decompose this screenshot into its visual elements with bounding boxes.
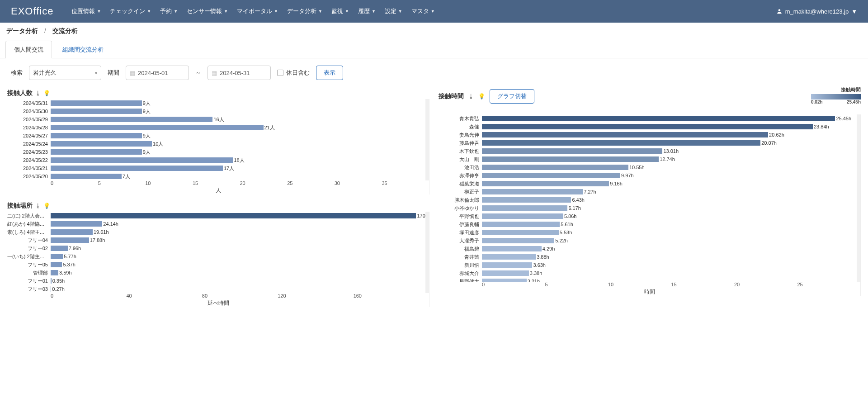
bar[interactable] <box>51 157 233 163</box>
bar[interactable] <box>482 270 529 276</box>
nav-item[interactable]: 履歴▼ <box>358 7 376 15</box>
lightbulb-icon[interactable]: 💡 <box>43 90 50 96</box>
y-label: 2024/05/20 <box>7 174 51 179</box>
bar[interactable] <box>51 100 142 106</box>
data-label: 9人 <box>142 108 151 114</box>
bar[interactable] <box>51 246 68 251</box>
nav-item[interactable]: 設定▼ <box>385 7 402 15</box>
nav-item[interactable]: センサー情報▼ <box>187 7 228 15</box>
bar[interactable] <box>482 222 560 227</box>
date-to-value: 2024-05-31 <box>220 70 250 76</box>
nav-item[interactable]: マスタ▼ <box>411 7 435 15</box>
bar[interactable] <box>482 238 554 243</box>
bar[interactable] <box>482 140 760 146</box>
bar[interactable] <box>51 125 264 130</box>
bar[interactable] <box>51 270 58 275</box>
data-label: 170.66h <box>416 213 429 219</box>
user-menu[interactable]: m_makita@where123.jp ▼ <box>776 8 857 15</box>
chart-row: 伊藤良輔5.61h <box>439 220 857 228</box>
chevron-down-icon: ▼ <box>345 9 349 14</box>
bar[interactable] <box>482 205 567 211</box>
bar-zone: 13.01h <box>482 148 857 154</box>
bar[interactable] <box>51 213 416 218</box>
search-select[interactable]: 岩井光久 ▾ <box>29 66 101 80</box>
show-button[interactable]: 表示 <box>316 66 343 80</box>
lightbulb-icon[interactable]: 💡 <box>478 93 485 100</box>
bar-zone: 19.61h <box>51 229 425 235</box>
bar[interactable] <box>482 279 527 282</box>
bar[interactable] <box>51 133 142 138</box>
download-icon[interactable]: ⭳ <box>468 93 474 100</box>
chart-row: フリー027.96h <box>7 244 425 252</box>
bar[interactable] <box>482 262 532 268</box>
chart-body[interactable]: 2024/05/319人2024/05/309人2024/05/2916人202… <box>7 99 429 180</box>
bar[interactable] <box>51 229 93 235</box>
y-label: 榊正子 <box>439 189 482 195</box>
download-icon[interactable]: ⭳ <box>35 203 41 209</box>
bar[interactable] <box>51 141 152 147</box>
tick: 20 <box>240 180 288 186</box>
download-icon[interactable]: ⭳ <box>35 90 41 96</box>
bar[interactable] <box>482 254 536 260</box>
bar[interactable] <box>482 181 609 186</box>
bar[interactable] <box>482 165 628 170</box>
bar[interactable] <box>51 149 142 155</box>
date-from-input[interactable]: ▦ 2024-05-01 <box>126 66 189 80</box>
right-column: 接触時間 ⭳ 💡 グラフ切替 接触時間 0.02h 25.45h 青木貴弘25.… <box>439 87 861 307</box>
data-label: 6.43h <box>571 197 585 203</box>
data-label: 7人 <box>122 173 130 180</box>
holiday-checkbox[interactable]: 休日含む <box>277 69 310 77</box>
chart-body[interactable]: 二(に) 2階大会議室170.66h紅(あか) 4階協会議…24.14h素(しろ… <box>7 212 429 293</box>
nav-item[interactable]: 監視▼ <box>331 7 349 15</box>
bar[interactable] <box>482 189 583 194</box>
bar[interactable] <box>51 174 122 179</box>
nav-item-label: マイポータル <box>237 7 272 15</box>
chart-body[interactable]: 青木貴弘25.45h森健23.84h妻鳥光伸20.62h藤島伸吾20.07h木下… <box>439 114 860 282</box>
toggle-chart-button[interactable]: グラフ切替 <box>490 89 534 104</box>
tick: 120 <box>278 293 353 298</box>
bar[interactable] <box>482 132 768 137</box>
bar-zone: 12.74h <box>482 156 857 162</box>
bar[interactable] <box>51 254 63 259</box>
lightbulb-icon[interactable]: 💡 <box>43 203 50 209</box>
chart-row: フリー0417.88h <box>7 236 425 244</box>
nav-item-label: 位置情報 <box>71 7 95 15</box>
chart-row: 青井茜3.88h <box>439 253 857 261</box>
bar-zone: 16人 <box>51 116 425 123</box>
bar[interactable] <box>51 117 212 122</box>
bar[interactable] <box>51 237 89 243</box>
bar[interactable] <box>51 109 142 114</box>
bar[interactable] <box>482 246 542 251</box>
chart-row: 池田浩10.55h <box>439 163 857 171</box>
nav-item[interactable]: チェックイン▼ <box>110 7 151 15</box>
bar[interactable] <box>482 156 659 162</box>
nav-item[interactable]: 位置情報▼ <box>71 7 101 15</box>
nav-item[interactable]: 予約▼ <box>160 7 178 15</box>
bar[interactable] <box>482 197 571 203</box>
data-label: 12.74h <box>659 156 675 162</box>
data-label: 17人 <box>223 165 234 171</box>
breadcrumb-root[interactable]: データ分析 <box>6 27 38 34</box>
bar-zone: 7.27h <box>482 189 857 195</box>
bar[interactable] <box>482 230 559 235</box>
bar[interactable] <box>482 124 813 129</box>
tab-personal[interactable]: 個人間交流 <box>5 41 52 58</box>
checkbox-box <box>277 70 283 76</box>
bar[interactable] <box>482 173 620 178</box>
nav-item[interactable]: データ分析▼ <box>287 7 322 15</box>
x-axis-label: 時間 <box>439 288 860 296</box>
bar[interactable] <box>51 221 102 227</box>
chart-row: 塚田達彦5.53h <box>439 228 857 237</box>
bar[interactable] <box>51 262 62 267</box>
chart-row: 大山 剛12.74h <box>439 155 857 163</box>
bar[interactable] <box>482 148 662 154</box>
bar[interactable] <box>482 116 835 121</box>
date-to-input[interactable]: ▦ 2024-05-31 <box>208 66 271 80</box>
y-label: 2024/05/23 <box>7 149 51 155</box>
tick: 0 <box>482 282 545 287</box>
chart-row: 藤島伸吾20.07h <box>439 139 857 147</box>
tab-organization[interactable]: 組織間交流分析 <box>54 41 112 58</box>
bar[interactable] <box>482 213 563 219</box>
nav-item[interactable]: マイポータル▼ <box>237 7 278 15</box>
bar[interactable] <box>51 166 223 171</box>
